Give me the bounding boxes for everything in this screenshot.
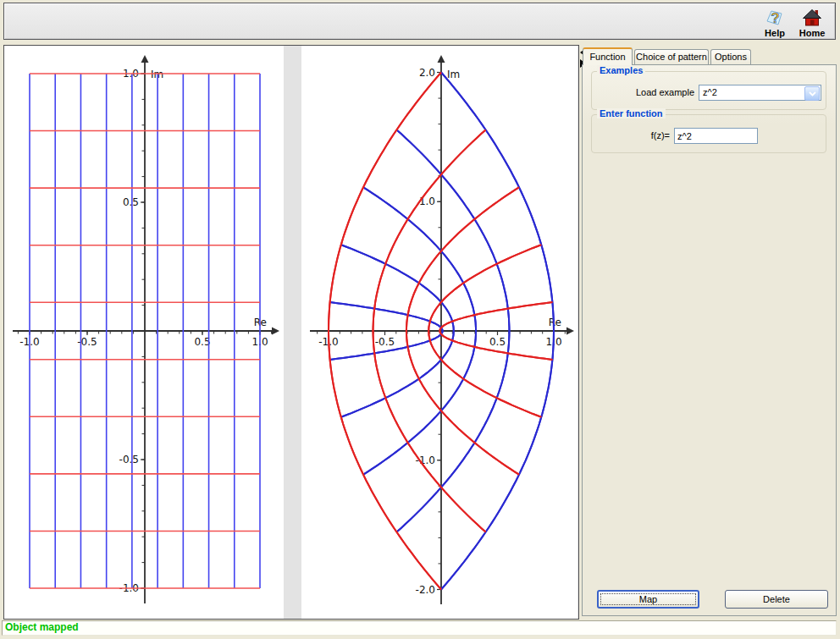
y-axis-arrow	[438, 55, 445, 63]
home-house-icon	[801, 7, 823, 29]
map-button[interactable]: Map	[597, 590, 699, 609]
z-plane-canvas[interactable]: -1.0-0.50.51.01.00.5-0.5-1.0ReIm	[4, 46, 284, 619]
status-bar: Object mapped	[2, 620, 837, 636]
load-example-label: Load example	[592, 87, 694, 97]
home-button[interactable]: Home	[794, 7, 830, 42]
z-plane-plot[interactable]: -1.0-0.50.51.01.00.5-0.5-1.0ReIm	[4, 46, 284, 619]
plots-panel: -1.0-0.50.51.01.00.5-0.5-1.0ReIm -1.0-0.…	[3, 45, 579, 620]
y-tick-label: 1.0	[419, 196, 435, 207]
w-plane-plot[interactable]: -1.0-0.50.51.02.01.0-1.0-2.0ReIm	[301, 46, 578, 619]
y-tick-label: -0.5	[119, 454, 139, 465]
function-tab-page: Examples Load example z^2 Enter function…	[582, 64, 837, 616]
settings-panel: Function Choice of pattern Options Examp…	[582, 47, 837, 616]
svg-text:?: ?	[771, 10, 779, 26]
x-axis-label: Re	[549, 317, 561, 328]
load-example-value: z^2	[703, 87, 717, 97]
enter-function-groupbox: Enter function f(z)=	[591, 114, 826, 153]
help-button[interactable]: ? Help	[757, 7, 793, 42]
y-axis-arrow	[141, 55, 149, 63]
dropdown-arrow-button[interactable]	[804, 86, 820, 101]
x-tick-label: 0.5	[489, 336, 506, 348]
delete-button[interactable]: Delete	[725, 590, 828, 609]
examples-groupbox: Examples Load example z^2	[591, 71, 826, 110]
help-question-icon: ?	[764, 7, 786, 29]
fz-label: f(z)=	[592, 130, 670, 140]
tab-strip: Function Choice of pattern Options	[582, 47, 837, 65]
app-window: { "toolbar": { "help_label": "Help", "ho…	[0, 0, 840, 639]
examples-group-title: Examples	[597, 65, 645, 75]
y-tick-label: 2.0	[419, 67, 435, 79]
x-tick-label: -0.5	[375, 336, 395, 348]
tab-choice-of-pattern[interactable]: Choice of pattern	[634, 49, 709, 64]
y-axis-label: Im	[447, 69, 460, 80]
x-axis-arrow	[566, 328, 574, 335]
tab-options[interactable]: Options	[710, 49, 751, 64]
tab-function[interactable]: Function	[583, 47, 633, 65]
w-plane-canvas[interactable]: -1.0-0.50.51.02.01.0-1.0-2.0ReIm	[301, 46, 578, 619]
toolbar: ? Help Home	[3, 3, 836, 40]
x-tick-label: 0.5	[194, 336, 210, 348]
home-button-label: Home	[794, 29, 830, 38]
load-example-dropdown[interactable]: z^2	[699, 85, 821, 101]
y-tick-label: -2.0	[416, 584, 435, 596]
help-button-label: Help	[757, 29, 793, 38]
chevron-down-icon	[809, 91, 816, 96]
x-axis-arrow	[272, 328, 279, 335]
status-message: Object mapped	[3, 621, 836, 634]
y-tick-label: 0.5	[123, 196, 139, 208]
enter-function-group-title: Enter function	[597, 108, 666, 118]
y-tick-label: -1.0	[416, 454, 435, 466]
fz-input[interactable]	[674, 128, 758, 144]
